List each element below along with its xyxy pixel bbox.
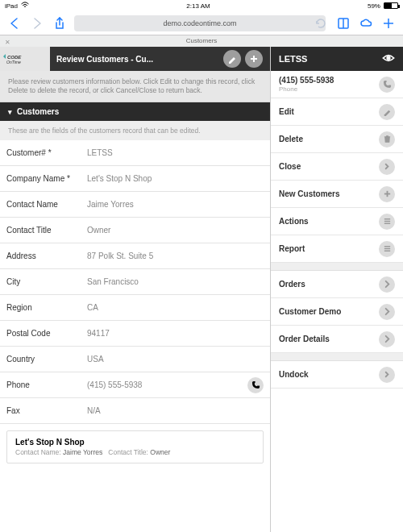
sidebar-item-label: Actions: [279, 217, 309, 226]
header-edit-button[interactable]: [223, 50, 241, 68]
browser-toolbar: demo.codeontime.com: [0, 11, 403, 35]
sidebar-item-label: Delete: [279, 135, 303, 143]
app-logo[interactable]: CODEOnTime: [0, 47, 50, 71]
sidebar-item-report[interactable]: Report: [271, 235, 403, 263]
field-label: Company Name *: [6, 174, 87, 183]
sidebar-item-actions[interactable]: Actions: [271, 208, 403, 235]
field-row[interactable]: CountryUSA: [0, 347, 270, 372]
field-label: Country: [6, 355, 87, 364]
field-value: CA: [87, 303, 264, 312]
fields-list[interactable]: Customer# *LETSSCompany Name *Let's Stop…: [0, 140, 270, 532]
card-title: Let's Stop N Shop: [15, 438, 255, 447]
field-row[interactable]: Phone(415) 555-5938: [0, 372, 270, 398]
reload-button[interactable]: [313, 15, 329, 31]
field-label: City: [6, 277, 87, 286]
back-button[interactable]: [6, 15, 23, 31]
browser-tab[interactable]: ✕ Customers: [0, 35, 403, 47]
header-new-button[interactable]: [245, 50, 263, 68]
cloud-tabs-button[interactable]: [358, 15, 374, 31]
sidebar-item-label: Customer Demo: [279, 307, 341, 316]
field-row[interactable]: Postal Code94117: [0, 321, 270, 347]
page-title: Review Customers - Cu...: [50, 47, 223, 71]
sidebar-item-close[interactable]: Close: [271, 153, 403, 181]
field-row[interactable]: Address87 Polk St. Suite 5: [0, 243, 270, 269]
device-label: iPad: [5, 2, 18, 10]
card-subtitle: Contact Name: Jaime Yorres Contact Title…: [15, 448, 255, 456]
sidebar-title: LETSS: [279, 54, 307, 64]
field-label: Region: [6, 303, 87, 312]
sidebar-item-label: Order Details: [279, 335, 330, 343]
new-tab-button[interactable]: [380, 15, 397, 31]
sidebar-item-label: Edit: [279, 107, 294, 116]
field-label: Customer# *: [6, 148, 87, 157]
field-row[interactable]: RegionCA: [0, 295, 270, 321]
field-value: Owner: [87, 226, 264, 235]
sidebar-item-label: Undock: [279, 370, 309, 379]
svg-text:OnTime: OnTime: [6, 60, 21, 64]
sidebar-phone-label: Phone: [279, 85, 334, 93]
page-header: CODEOnTime Review Customers - Cu...: [0, 47, 270, 71]
sidebar-item-delete[interactable]: Delete: [271, 126, 403, 153]
field-label: Phone: [6, 380, 87, 389]
menu-icon: [379, 214, 395, 230]
sidebar-phone-item[interactable]: (415) 555-5938 Phone: [271, 71, 403, 98]
sidebar-item-orders[interactable]: Orders: [271, 271, 403, 298]
field-row[interactable]: Contact NameJaime Yorres: [0, 192, 270, 218]
wifi-icon: [21, 2, 29, 10]
field-value: LETSS: [87, 148, 264, 157]
sidebar-separator: [271, 353, 403, 361]
section-title: Customers: [17, 107, 59, 116]
chev-icon: [379, 304, 395, 320]
sidebar-item-edit[interactable]: Edit: [271, 98, 403, 126]
menu-icon: [379, 241, 395, 257]
sidebar-item-undock[interactable]: Undock: [271, 361, 403, 389]
field-label: Fax: [6, 406, 87, 415]
field-label: Address: [6, 251, 87, 260]
field-row[interactable]: FaxN/A: [0, 398, 270, 424]
plus-icon: [379, 186, 395, 202]
actions-sidebar: LETSS (415) 555-5938 Phone EditDeleteClo…: [270, 47, 403, 532]
field-value: 94117: [87, 329, 264, 338]
field-value: San Francisco: [87, 277, 264, 286]
sidebar-item-label: Report: [279, 244, 305, 253]
section-header[interactable]: ▾ Customers: [0, 102, 270, 121]
close-tab-icon[interactable]: ✕: [5, 37, 10, 48]
battery-icon: [384, 2, 398, 9]
chev-icon: [379, 276, 395, 293]
sidebar-phone-value: (415) 555-5938: [279, 76, 334, 85]
arrow-icon: [379, 159, 395, 175]
battery-percent: 59%: [368, 2, 380, 10]
chev-icon: [379, 331, 395, 347]
sidebar-item-demo[interactable]: Customer Demo: [271, 298, 403, 326]
view-toggle-icon[interactable]: [382, 52, 395, 66]
summary-card[interactable]: Let's Stop N ShopContact Name: Jaime Yor…: [6, 430, 264, 463]
sidebar-item-label: Orders: [279, 280, 305, 289]
status-time: 2:13 AM: [186, 2, 210, 10]
field-value: Jaime Yorres: [87, 200, 264, 209]
ios-status-bar: iPad 2:13 AM 59%: [0, 0, 403, 11]
arrow-icon: [379, 367, 395, 383]
sidebar-item-new[interactable]: New Customers: [271, 181, 403, 208]
sidebar-item-details[interactable]: Order Details: [271, 326, 403, 353]
field-row[interactable]: Customer# *LETSS: [0, 140, 270, 166]
field-row[interactable]: CitySan Francisco: [0, 269, 270, 295]
field-value: N/A: [87, 406, 264, 415]
url-text: demo.codeontime.com: [163, 19, 236, 27]
field-row[interactable]: Company Name *Let's Stop N Shop: [0, 166, 270, 192]
sidebar-item-label: New Customers: [279, 189, 340, 198]
field-value: USA: [87, 355, 264, 364]
url-bar[interactable]: demo.codeontime.com: [74, 15, 326, 31]
phone-icon[interactable]: [247, 377, 264, 393]
bookmarks-button[interactable]: [335, 15, 351, 31]
phone-icon: [379, 77, 395, 93]
field-row[interactable]: Contact TitleOwner: [0, 218, 270, 243]
forward-button[interactable]: [29, 15, 45, 31]
chevron-down-icon: ▾: [8, 108, 12, 116]
pencil-icon: [379, 104, 395, 120]
main-content-pane: CODEOnTime Review Customers - Cu... Plea…: [0, 47, 270, 532]
sidebar-separator: [271, 263, 403, 271]
share-button[interactable]: [52, 15, 68, 31]
field-value: (415) 555-5938: [87, 380, 247, 389]
field-value: 87 Polk St. Suite 5: [87, 251, 264, 260]
field-value: Let's Stop N Shop: [87, 174, 264, 183]
